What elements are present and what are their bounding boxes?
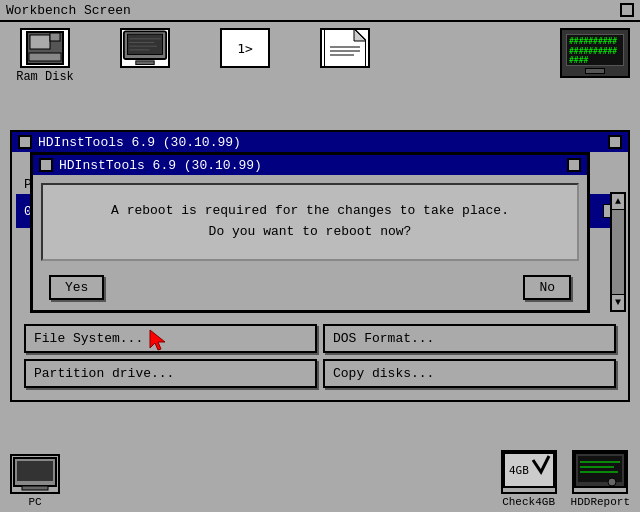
dialog-body: A reboot is required for the changes to … [41,183,579,261]
svg-rect-6 [136,61,154,65]
scrollbar-track [612,210,624,294]
svg-text:4GB: 4GB [509,464,529,477]
dialog-message-line1: A reboot is required for the changes to … [63,201,557,222]
hdinst-zoom-btn[interactable] [608,135,622,149]
hddreport-label: HDDReport [571,496,630,508]
dos-format-button[interactable]: DOS Format... [323,324,616,353]
svg-rect-1 [30,35,50,49]
no-button[interactable]: No [523,275,571,300]
desktop-icon-small-monitor[interactable]: ########## ########## #### [560,28,630,80]
bottom-buttons: File System... DOS Format... Partition d… [16,318,624,396]
svg-rect-19 [22,486,48,490]
document-icon-img [320,28,370,68]
hddreport-icon-img [572,450,628,494]
desktop-icon-hddreport[interactable]: HDDReport [571,450,630,508]
check4gb-label: Check4GB [502,496,555,508]
reboot-dialog: HDInstTools 6.9 (30.10.99) A reboot is r… [30,152,590,313]
hdinst-titlebar: HDInstTools 6.9 (30.10.99) [12,132,628,152]
check4gb-icon-img: 4GB [501,450,557,494]
desktop-icons-top: Ram Disk 1> [0,22,640,90]
right-bottom-icons: 4GB Check4GB HDDReport [501,450,630,508]
hdinst-close-btn[interactable] [18,135,32,149]
hdinst-title: HDInstTools 6.9 (30.10.99) [38,135,241,150]
scrollbar-down-btn[interactable]: ▼ [612,294,624,310]
desktop-icon-monitor[interactable] [110,28,180,70]
scrollbar-up-btn[interactable]: ▲ [612,194,624,210]
scrollbar[interactable]: ▲ ▼ [610,192,626,312]
file-system-button[interactable]: File System... [24,324,317,353]
svg-point-27 [608,478,616,486]
small-monitor-icon-img: ########## ########## #### [560,28,630,78]
svg-rect-5 [128,34,163,54]
svg-rect-3 [29,53,61,61]
desktop-icon-pc[interactable]: PC [10,454,60,508]
pc-icon-img [10,454,60,494]
svg-rect-23 [578,456,622,482]
desktop-icon-ramdisk[interactable]: Ram Disk [10,28,80,84]
dialog-title: HDInstTools 6.9 (30.10.99) [59,158,262,173]
dialog-close-btn[interactable] [39,158,53,172]
desktop: Ram Disk 1> [0,22,640,512]
desktop-icon-check4gb[interactable]: 4GB Check4GB [501,450,557,508]
svg-marker-12 [354,29,366,41]
dialog-zoom-btn[interactable] [567,158,581,172]
copy-disks-button[interactable]: Copy disks... [323,359,616,388]
workbench-titlebar: Workbench Screen [0,0,640,22]
hdinst-titlebar-left: HDInstTools 6.9 (30.10.99) [18,135,241,150]
dialog-titlebar: HDInstTools 6.9 (30.10.99) [33,155,587,175]
desktop-icon-terminal[interactable]: 1> [210,28,280,70]
svg-rect-2 [50,33,60,41]
workbench-title: Workbench Screen [6,3,131,18]
ramdisk-label: Ram Disk [16,70,74,84]
dialog-message-line2: Do you want to reboot now? [63,222,557,243]
svg-rect-18 [17,461,53,481]
pc-label: PC [28,496,41,508]
desktop-icon-document[interactable] [310,28,380,70]
workbench-close-btn[interactable] [620,3,634,17]
partition-drive-button[interactable]: Partition drive... [24,359,317,388]
monitor-icon-img [120,28,170,68]
terminal-icon-img: 1> [220,28,270,68]
ramdisk-icon-img [20,28,70,68]
yes-button[interactable]: Yes [49,275,104,300]
dialog-buttons: Yes No [33,269,587,310]
